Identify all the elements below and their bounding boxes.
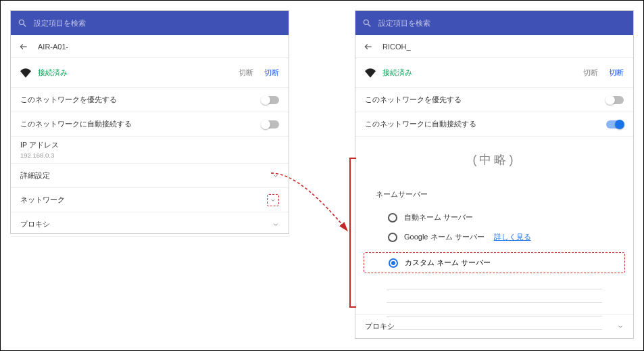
- disconnect-label-dim: 切断: [583, 68, 598, 78]
- radio-icon[interactable]: [388, 233, 397, 242]
- proxy-row[interactable]: プロキシ: [11, 212, 289, 237]
- learn-more-link[interactable]: 詳しく見る: [494, 233, 531, 242]
- status-connected: 接続済み: [38, 68, 239, 78]
- radio-icon[interactable]: [388, 213, 397, 223]
- auto-connect-label: このネットワークに自動接続する: [20, 119, 262, 129]
- connection-status-row: 接続済み 切断 切断: [11, 58, 289, 88]
- search-icon: [362, 18, 372, 28]
- connection-status-row: 接続済み 切断 切断: [355, 58, 633, 88]
- nameserver-option-google[interactable]: Google ネーム サーバー 詳しく見る: [376, 227, 613, 247]
- status-connected: 接続済み: [382, 68, 583, 78]
- back-icon[interactable]: [364, 42, 373, 51]
- ip-address-row: IP アドレス 192.168.0.3: [11, 137, 289, 164]
- network-label: ネットワーク: [20, 195, 267, 205]
- proxy-row[interactable]: プロキシ: [355, 314, 633, 338]
- nameserver-title: ネームサーバー: [376, 189, 613, 200]
- prefer-network-row[interactable]: このネットワークを優先する: [355, 88, 633, 112]
- ip-address-label: IP アドレス: [20, 141, 279, 150]
- annotation-arrow: [268, 166, 355, 241]
- breadcrumb[interactable]: AIR-A01-: [11, 35, 289, 58]
- network-row[interactable]: ネットワーク: [11, 188, 289, 212]
- nameserver-option-label: 自動ネーム サーバー: [404, 212, 473, 223]
- search-bar[interactable]: 設定項目を検索: [355, 11, 633, 35]
- auto-connect-row[interactable]: このネットワークに自動接続する: [355, 112, 633, 137]
- prefer-network-toggle[interactable]: [606, 96, 624, 104]
- proxy-label: プロキシ: [365, 321, 617, 331]
- prefer-network-toggle[interactable]: [262, 96, 279, 104]
- disconnect-label-dim: 切断: [239, 68, 253, 78]
- disconnect-button[interactable]: 切断: [609, 68, 624, 78]
- omitted-marker: (中略): [355, 137, 633, 183]
- settings-panel-right: 設定項目を検索 RICOH_ 接続済み 切断 切断 このネットワークを優先する …: [355, 10, 634, 339]
- auto-connect-row[interactable]: このネットワークに自動接続する: [11, 112, 289, 137]
- nameserver-option-custom[interactable]: カスタム ネーム サーバー: [364, 253, 624, 273]
- search-icon: [18, 18, 27, 28]
- search-bar[interactable]: 設定項目を検索: [11, 11, 289, 35]
- auto-connect-toggle[interactable]: [606, 120, 624, 128]
- radio-icon-selected[interactable]: [389, 258, 398, 268]
- breadcrumb-title: RICOH_: [382, 43, 411, 51]
- wifi-icon: [20, 68, 31, 78]
- svg-point-0: [19, 20, 24, 24]
- ip-address-value: 192.168.0.3: [20, 151, 279, 159]
- breadcrumb-title: AIR-A01-: [38, 43, 68, 51]
- advanced-settings-label: 詳細設定: [20, 170, 272, 181]
- search-placeholder: 設定項目を検索: [34, 18, 86, 28]
- nameserver-input[interactable]: [387, 289, 602, 303]
- disconnect-button[interactable]: 切断: [264, 68, 279, 78]
- svg-point-3: [364, 20, 368, 24]
- auto-connect-toggle[interactable]: [262, 120, 279, 128]
- chevron-down-icon: [617, 323, 624, 330]
- nameserver-input[interactable]: [387, 276, 602, 289]
- search-placeholder: 設定項目を検索: [378, 18, 430, 28]
- proxy-label: プロキシ: [20, 219, 272, 229]
- back-icon[interactable]: [19, 42, 28, 51]
- nameserver-option-auto[interactable]: 自動ネーム サーバー: [376, 208, 613, 227]
- nameserver-section: ネームサーバー 自動ネーム サーバー Google ネーム サーバー 詳しく見る: [355, 183, 633, 252]
- nameserver-option-label: Google ネーム サーバー: [404, 232, 485, 242]
- wifi-icon: [365, 68, 376, 78]
- prefer-network-row[interactable]: このネットワークを優先する: [11, 88, 289, 112]
- svg-line-1: [24, 24, 26, 27]
- settings-panel-left: 設定項目を検索 AIR-A01- 接続済み 切断 切断 このネットワークを優先す…: [10, 10, 289, 234]
- prefer-network-label: このネットワークを優先する: [365, 95, 606, 105]
- breadcrumb[interactable]: RICOH_: [355, 35, 633, 58]
- auto-connect-label: このネットワークに自動接続する: [365, 119, 606, 129]
- prefer-network-label: このネットワークを優先する: [20, 95, 262, 105]
- advanced-settings-row[interactable]: 詳細設定: [11, 164, 289, 188]
- nameserver-option-custom-highlight: カスタム ネーム サーバー: [364, 252, 625, 273]
- svg-line-4: [368, 24, 371, 27]
- nameserver-option-label: カスタム ネーム サーバー: [405, 258, 491, 268]
